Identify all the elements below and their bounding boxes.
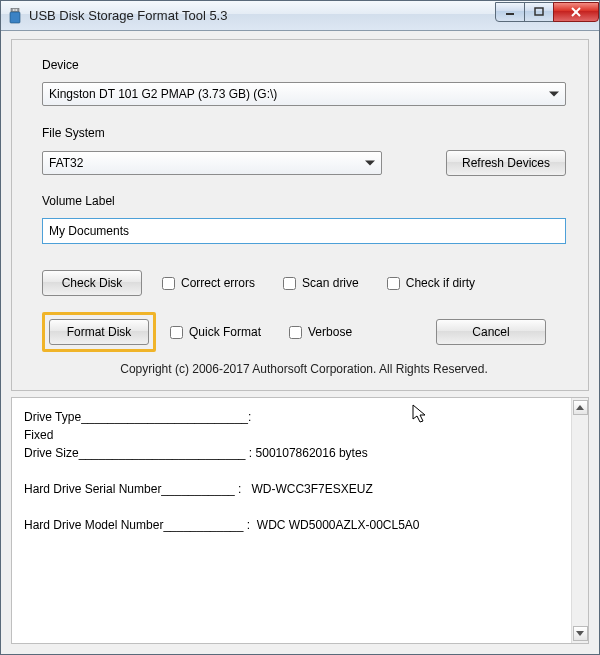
drive-info-pane: Drive Type_________________________: Fix… [11, 397, 589, 644]
correct-errors-checkbox[interactable] [162, 277, 175, 290]
titlebar[interactable]: USB Disk Storage Format Tool 5.3 [1, 1, 599, 31]
check-disk-button[interactable]: Check Disk [42, 270, 142, 296]
svg-rect-2 [13, 9, 15, 11]
chevron-down-icon [365, 161, 375, 166]
format-disk-button[interactable]: Format Disk [49, 319, 149, 345]
check-if-dirty-label: Check if dirty [406, 276, 475, 290]
verbose-check[interactable]: Verbose [289, 325, 352, 339]
quick-format-check[interactable]: Quick Format [170, 325, 261, 339]
scan-drive-check[interactable]: Scan drive [283, 276, 359, 290]
correct-errors-check[interactable]: Correct errors [162, 276, 255, 290]
format-disk-row: Format Disk Quick Format Verbose Cancel [42, 312, 566, 352]
volume-label-input[interactable] [42, 218, 566, 244]
usb-drive-icon [7, 8, 23, 24]
verbose-checkbox[interactable] [289, 326, 302, 339]
quick-format-label: Quick Format [189, 325, 261, 339]
check-if-dirty-checkbox[interactable] [387, 277, 400, 290]
scan-drive-label: Scan drive [302, 276, 359, 290]
scroll-up-button[interactable] [573, 400, 588, 415]
svg-rect-0 [11, 8, 19, 12]
filesystem-select[interactable]: FAT32 [42, 151, 382, 175]
format-disk-highlight: Format Disk [42, 312, 156, 352]
cancel-button[interactable]: Cancel [436, 319, 546, 345]
refresh-devices-button[interactable]: Refresh Devices [446, 150, 566, 176]
quick-format-checkbox[interactable] [170, 326, 183, 339]
svg-rect-5 [535, 8, 543, 15]
volume-label-label: Volume Label [42, 194, 566, 208]
maximize-button[interactable] [524, 2, 554, 22]
scan-drive-checkbox[interactable] [283, 277, 296, 290]
check-disk-row: Check Disk Correct errors Scan drive Che… [42, 270, 566, 296]
verbose-label: Verbose [308, 325, 352, 339]
app-window: USB Disk Storage Format Tool 5.3 Device … [0, 0, 600, 655]
window-controls [496, 2, 599, 22]
chevron-down-icon [549, 92, 559, 97]
content-area: Device Kingston DT 101 G2 PMAP (3.73 GB)… [1, 31, 599, 654]
copyright-text: Copyright (c) 2006-2017 Authorsoft Corpo… [42, 362, 566, 376]
chevron-up-icon [576, 405, 584, 410]
device-select-value: Kingston DT 101 G2 PMAP (3.73 GB) (G:\) [49, 87, 277, 101]
drive-info-text: Drive Type_________________________: Fix… [12, 398, 571, 643]
device-label: Device [42, 58, 566, 72]
window-title: USB Disk Storage Format Tool 5.3 [29, 8, 496, 23]
device-select[interactable]: Kingston DT 101 G2 PMAP (3.73 GB) (G:\) [42, 82, 566, 106]
filesystem-select-value: FAT32 [49, 156, 83, 170]
svg-rect-1 [10, 12, 20, 23]
scroll-down-button[interactable] [573, 626, 588, 641]
svg-rect-3 [16, 9, 18, 11]
vertical-scrollbar[interactable] [571, 398, 588, 643]
correct-errors-label: Correct errors [181, 276, 255, 290]
filesystem-label: File System [42, 126, 566, 140]
close-button[interactable] [553, 2, 599, 22]
check-if-dirty-check[interactable]: Check if dirty [387, 276, 475, 290]
main-panel: Device Kingston DT 101 G2 PMAP (3.73 GB)… [11, 39, 589, 391]
chevron-down-icon [576, 631, 584, 636]
minimize-button[interactable] [495, 2, 525, 22]
